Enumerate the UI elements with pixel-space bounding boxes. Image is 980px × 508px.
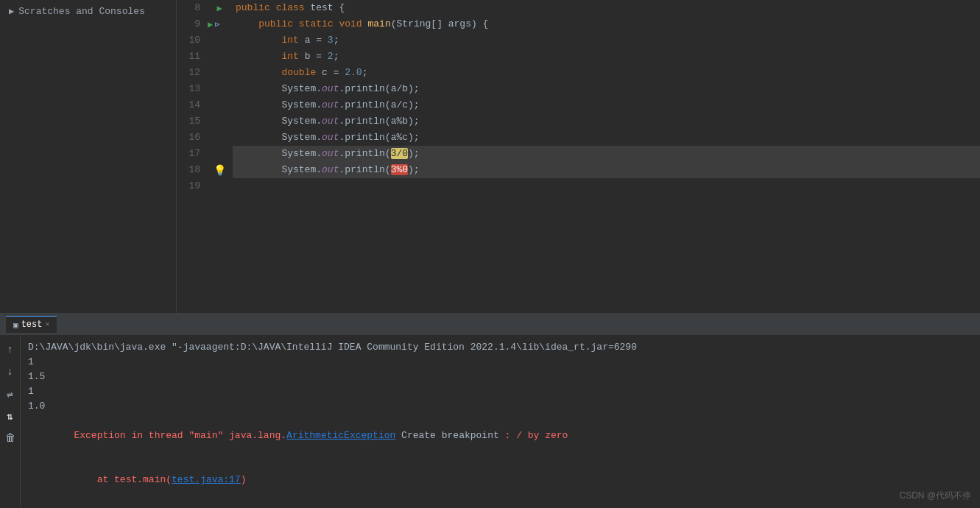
line-num-16: 16	[177, 130, 206, 146]
sidebar: ▶ Scratches and Consoles	[0, 0, 177, 313]
gutter-11	[206, 49, 233, 65]
exception-message: : / by zero	[505, 430, 568, 441]
code-line-18: System.out.println(3%0);	[233, 162, 980, 178]
trace-prefix: at test.main(	[74, 474, 172, 485]
code-container: 8 9 10 11 12 13 14 15 16 17 18 19 ▶	[177, 0, 980, 313]
gutter-13	[206, 81, 233, 97]
line-num-14: 14	[177, 97, 206, 113]
scroll-up-button[interactable]: ↑	[2, 342, 18, 358]
console-line-2: 1.5	[28, 370, 973, 384]
scroll-down-button[interactable]: ↓	[2, 364, 18, 380]
run-arrow-8[interactable]: ▶	[216, 3, 222, 14]
gutter-18: 💡	[206, 162, 233, 178]
gutter-8: ▶	[206, 0, 233, 16]
bottom-sidebar: ↑ ↓ ⇌ ⇅ 🗑	[0, 336, 21, 508]
light-bulb-icon-18[interactable]: 💡	[214, 164, 226, 177]
gutter-9: ▶ ⊳	[206, 16, 233, 32]
console-line-1: 1	[28, 355, 973, 370]
bottom-content: ↑ ↓ ⇌ ⇅ 🗑 D:\JAVA\jdk\bin\java.exe "-jav…	[0, 336, 980, 508]
bottom-panel: ▣ test × ↑ ↓ ⇌ ⇅ 🗑 D:\JAVA\jdk\bin\java.…	[0, 313, 980, 508]
console-output: D:\JAVA\jdk\bin\java.exe "-javaagent:D:\…	[21, 336, 980, 508]
trace-suffix: )	[241, 474, 247, 485]
code-line-15: System.out.println(a%b);	[233, 113, 980, 130]
gutter-17	[206, 146, 233, 162]
trace-link[interactable]: test.java:17	[172, 474, 241, 485]
gutter-12	[206, 65, 233, 81]
code-line-17: System.out.println(3/0);	[233, 146, 980, 162]
bottom-tab-close[interactable]: ×	[45, 321, 49, 329]
gutter-16	[206, 130, 233, 146]
gutter-15	[206, 113, 233, 130]
bookmark-icon-9[interactable]: ⊳	[214, 19, 219, 30]
console-line-3: 1	[28, 384, 973, 399]
bottom-tab-test[interactable]: ▣ test ×	[6, 316, 57, 333]
code-line-13: System.out.println(a/b);	[233, 81, 980, 97]
watermark: CSDN @代码不停	[899, 490, 971, 502]
create-breakpoint-label[interactable]: Create breakpoint	[395, 430, 504, 441]
code-line-10: int a = 3;	[233, 32, 980, 49]
sidebar-item-scratches[interactable]: ▶ Scratches and Consoles	[0, 3, 176, 20]
line-num-18: 18	[177, 162, 206, 178]
watermark-text: CSDN @代码不停	[899, 490, 971, 501]
exception-prefix: Exception in thread "main" java.lang.	[74, 430, 286, 441]
code-line-11: int b = 2;	[233, 49, 980, 65]
terminal-tab-icon: ▣	[13, 320, 18, 330]
line-num-13: 13	[177, 81, 206, 97]
code-line-8: public class test {	[233, 0, 980, 16]
console-line-cmd: D:\JAVA\jdk\bin\java.exe "-javaagent:D:\…	[28, 340, 973, 355]
main-layout: ▶ Scratches and Consoles 8 9 10 11 12 13…	[0, 0, 980, 313]
code-line-16: System.out.println(a%c);	[233, 130, 980, 146]
line-num-8: 8	[177, 0, 206, 16]
console-line-trace: at test.main(test.java:17)	[28, 458, 973, 502]
line-num-10: 10	[177, 32, 206, 49]
gutter-19	[206, 178, 233, 194]
folder-icon: ▶	[9, 6, 14, 17]
code-line-12: double c = 2.0;	[233, 65, 980, 81]
code-line-9: public static void main(String[] args) {	[233, 16, 980, 32]
line-numbers-col: 8 9 10 11 12 13 14 15 16 17 18 19	[177, 0, 206, 313]
line-num-19: 19	[177, 178, 206, 194]
line-num-12: 12	[177, 65, 206, 81]
wrap-button[interactable]: ⇌	[2, 386, 18, 402]
code-lines: public class test { public static void m…	[233, 0, 980, 313]
console-line-4: 1.0	[28, 399, 973, 414]
line-num-9: 9	[177, 16, 206, 32]
gutter-10	[206, 32, 233, 49]
gutter: ▶ ▶ ⊳ 💡	[206, 0, 233, 313]
exception-class[interactable]: ArithmeticException	[286, 430, 395, 441]
bottom-tab-label: test	[21, 320, 43, 330]
sidebar-item-label: Scratches and Consoles	[18, 6, 145, 17]
line-num-15: 15	[177, 113, 206, 130]
editor-area: 8 9 10 11 12 13 14 15 16 17 18 19 ▶	[177, 0, 980, 313]
gutter-14	[206, 97, 233, 113]
clear-button[interactable]: 🗑	[2, 430, 18, 446]
sort-button[interactable]: ⇅	[2, 408, 18, 424]
code-line-19	[233, 178, 980, 194]
code-line-14: System.out.println(a/c);	[233, 97, 980, 113]
line-num-17: 17	[177, 146, 206, 162]
run-arrow-9[interactable]: ▶	[208, 19, 213, 30]
line-num-11: 11	[177, 49, 206, 65]
console-line-exception: Exception in thread "main" java.lang.Ari…	[28, 414, 973, 458]
bottom-tab-bar: ▣ test ×	[0, 314, 980, 336]
